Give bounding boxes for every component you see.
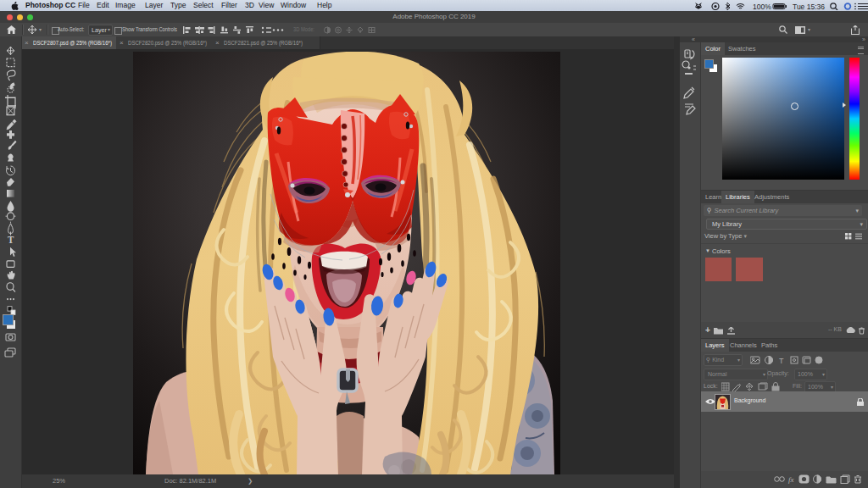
- svg-text:T: T: [8, 235, 14, 245]
- svg-text:T: T: [779, 357, 784, 365]
- svg-text:fx: fx: [788, 475, 794, 484]
- svg-text:100%: 100%: [753, 3, 771, 10]
- svg-text:Tue 15:36: Tue 15:36: [793, 3, 825, 10]
